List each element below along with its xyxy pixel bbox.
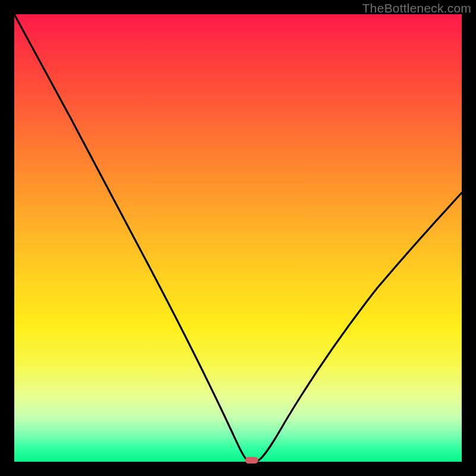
watermark-text: TheBottleneck.com	[362, 1, 471, 15]
plot-area	[14, 14, 462, 462]
curve-path	[14, 14, 462, 461]
trough-marker	[245, 457, 258, 464]
chart-frame: TheBottleneck.com	[0, 0, 476, 476]
bottleneck-curve	[14, 14, 462, 462]
